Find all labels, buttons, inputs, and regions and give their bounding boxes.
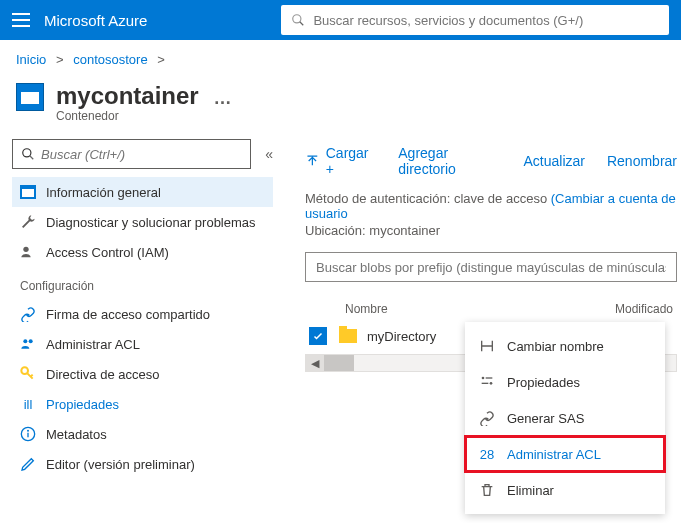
collapse-sidebar-icon[interactable]: « <box>265 146 273 162</box>
nav-sas[interactable]: Firma de acceso compartido <box>12 299 273 329</box>
blob-search-input[interactable] <box>316 260 666 275</box>
nav-iam[interactable]: Access Control (IAM) <box>12 237 273 267</box>
nav-label: Propiedades <box>46 397 119 412</box>
col-name[interactable]: Nombre <box>345 302 615 316</box>
global-search[interactable] <box>281 5 669 35</box>
nav-props[interactable]: ill Propiedades <box>12 389 273 419</box>
breadcrumb-sep: > <box>56 52 64 67</box>
col-modified[interactable]: Modificado <box>615 302 673 316</box>
cmd-rename[interactable]: Renombrar <box>607 153 677 169</box>
nav-label: Administrar ACL <box>46 337 140 352</box>
breadcrumb-home[interactable]: Inicio <box>16 52 46 67</box>
main-content: Cargar + Agregar directorio Actualizar R… <box>285 131 681 487</box>
svg-point-7 <box>23 340 27 344</box>
scroll-thumb[interactable] <box>324 355 354 371</box>
svg-point-6 <box>23 247 28 252</box>
cmd-refresh[interactable]: Actualizar <box>524 153 585 169</box>
page-subtitle: Contenedor <box>56 109 233 123</box>
nav-policy[interactable]: Directiva de acceso <box>12 359 273 389</box>
check-icon <box>312 330 324 342</box>
page-header: mycontainer … Contenedor <box>0 79 681 131</box>
nav-label: Firma de acceso compartido <box>46 307 210 322</box>
svg-point-9 <box>21 368 28 375</box>
svg-point-15 <box>490 382 493 385</box>
top-bar: Microsoft Azure <box>0 0 681 40</box>
settings-icon <box>479 374 495 390</box>
ctx-delete[interactable]: Eliminar <box>465 472 665 508</box>
more-dots[interactable]: … <box>213 88 233 108</box>
pencil-icon <box>20 456 36 472</box>
blob-search[interactable] <box>305 252 677 282</box>
cmd-label: Renombrar <box>607 153 677 169</box>
svg-point-13 <box>482 377 485 380</box>
nav-label: Metadatos <box>46 427 107 442</box>
folder-icon <box>339 329 357 343</box>
breadcrumb-sep: > <box>157 52 165 67</box>
nav-meta[interactable]: Metadatos <box>12 419 273 449</box>
nav-label: Editor (versión preliminar) <box>46 457 195 472</box>
cmd-upload[interactable]: Cargar + <box>305 145 376 177</box>
breadcrumb-store[interactable]: contosostore <box>73 52 147 67</box>
people-icon <box>20 244 36 260</box>
brand-label: Microsoft Azure <box>44 12 147 29</box>
search-icon <box>21 147 35 161</box>
upload-icon <box>305 153 320 169</box>
auth-info: Método de autenticación: clave de acceso… <box>305 191 677 223</box>
hamburger-menu[interactable] <box>12 13 30 27</box>
svg-line-1 <box>300 22 304 26</box>
rename-icon <box>479 338 495 354</box>
cmd-add-dir[interactable]: Agregar directorio <box>398 145 501 177</box>
row-checkbox[interactable] <box>309 327 327 345</box>
row-name[interactable]: myDirectory <box>367 329 436 344</box>
breadcrumb: Inicio > contosostore > <box>0 40 681 79</box>
ctx-manage-acl[interactable]: 28 Administrar ACL <box>465 436 665 472</box>
nav-diagnose[interactable]: Diagnosticar y solucionar problemas <box>12 207 273 237</box>
container-icon <box>16 83 44 111</box>
people-icon <box>20 336 36 352</box>
page-title: mycontainer … <box>56 83 233 109</box>
ctx-label: Cambiar nombre <box>507 339 604 354</box>
nav-acl[interactable]: Administrar ACL <box>12 329 273 359</box>
nav-label: Access Control (IAM) <box>46 245 169 260</box>
table-header: Nombre Modificado <box>305 282 677 322</box>
wrench-icon <box>20 214 36 230</box>
ctx-label: Propiedades <box>507 375 580 390</box>
svg-point-8 <box>29 340 33 344</box>
cmd-label: Actualizar <box>524 153 585 169</box>
cmd-label: Cargar + <box>326 145 377 177</box>
ctx-rename[interactable]: Cambiar nombre <box>465 328 665 364</box>
nav-label: Diagnosticar y solucionar problemas <box>46 215 256 230</box>
context-menu: Cambiar nombre Propiedades Generar SAS 2… <box>465 322 665 514</box>
location-value: mycontainer <box>369 223 440 238</box>
auth-label: Método de autenticación: <box>305 191 454 206</box>
acl-number-icon: 28 <box>479 446 495 462</box>
ctx-label: Administrar ACL <box>507 447 601 462</box>
scroll-left-icon[interactable]: ◀ <box>306 355 324 371</box>
svg-point-0 <box>293 15 301 23</box>
nav-label: Información general <box>46 185 161 200</box>
sidebar-search-input[interactable] <box>41 147 242 162</box>
global-search-input[interactable] <box>313 13 659 28</box>
auth-value: clave de acceso <box>454 191 547 206</box>
page-title-text: mycontainer <box>56 82 199 109</box>
link-icon <box>20 306 36 322</box>
nav-section-config: Configuración <box>12 267 273 299</box>
ctx-props[interactable]: Propiedades <box>465 364 665 400</box>
ctx-sas[interactable]: Generar SAS <box>465 400 665 436</box>
svg-rect-5 <box>22 189 34 197</box>
command-bar: Cargar + Agregar directorio Actualizar R… <box>305 139 677 191</box>
info-icon <box>20 426 36 442</box>
svg-point-2 <box>23 149 31 157</box>
svg-line-3 <box>30 156 34 160</box>
nav-overview[interactable]: Información general <box>12 177 273 207</box>
link-icon <box>479 410 495 426</box>
key-icon <box>20 366 36 382</box>
search-icon <box>291 13 305 27</box>
overview-icon <box>20 184 36 200</box>
ctx-label: Eliminar <box>507 483 554 498</box>
sidebar: « Información general Diagnosticar y sol… <box>0 131 285 487</box>
nav-editor[interactable]: Editor (versión preliminar) <box>12 449 273 479</box>
svg-point-12 <box>27 430 29 432</box>
sidebar-search[interactable] <box>12 139 251 169</box>
nav-label: Directiva de acceso <box>46 367 159 382</box>
